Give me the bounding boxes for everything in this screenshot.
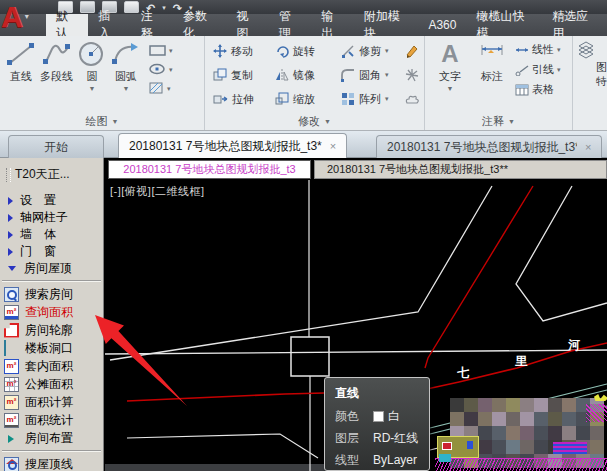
sidebar-item-door-window[interactable]: 门 窗 [0,243,103,260]
rectangle-icon [149,44,166,57]
sidebar-item-axis-columns[interactable]: 轴网柱子 [0,209,103,226]
scale-button[interactable]: 缩放 [275,92,341,107]
autocad-window: ↶ ▾ ↷ ▾ A ▾ 默认 插入 注释 参数化 视图 管理 输出 附加模块 A… [0,0,607,471]
ribbon-tab-featured[interactable]: 精选应用 [542,14,607,36]
scale-icon [275,92,289,106]
tooltip-layer-row: 图层 RD-红线 [325,427,429,449]
dimension-button[interactable]: 标注 [471,36,513,113]
sidebar-item-shared-area[interactable]: 公摊面积 [0,375,103,393]
ribbon-tab-addins[interactable]: 附加模块 [354,14,419,36]
panel-draw-label[interactable]: 绘图▼ [0,113,204,130]
close-tab-icon[interactable]: × [585,141,591,153]
polyline-button[interactable]: 多段线 [40,36,73,113]
panel-annotate: A 文字 ▼ 标注 线性▾ 引线▾ [425,36,573,130]
plot-icon[interactable] [124,1,139,13]
divider [2,450,101,452]
revision-cloud-button[interactable] [405,93,420,106]
explode-button[interactable] [405,68,419,82]
rotate-icon [275,44,289,58]
leader-button[interactable]: 引线▾ [515,62,561,77]
array-button[interactable]: 阵列▾ [341,92,405,107]
rollover-tooltip: 直线 颜色 白 图层 RD-红线 线型 ByLayer [324,377,430,471]
ribbon-tab-manage[interactable]: 管理 [269,14,311,36]
chevron-right-icon [8,435,14,443]
move-button[interactable]: 移动 [213,44,275,59]
ellipse-button[interactable]: ▾ [149,63,173,76]
ribbon-tab-bar: 默认 插入 注释 参数化 视图 管理 输出 附加模块 A360 橄榄山快模 精选… [0,14,607,36]
explode-icon [405,68,419,82]
query-area-icon [4,305,19,320]
sidebar-item-area-stats[interactable]: 面积统计 [0,411,103,429]
text-dropdown-icon[interactable]: ▼ [447,85,454,92]
trim-button[interactable]: 修剪▾ [341,44,405,59]
tooltip-color-row: 颜色 白 [325,405,429,427]
panel-modify: 移动 旋转 修剪▾ 复制 [205,36,425,130]
ribbon-tab-annotate[interactable]: 注释 [131,14,173,36]
file-tab-doc2[interactable]: 20180131 7号地块总图规划报批_t3* × [376,135,602,158]
pickbox-square [291,337,329,376]
sidebar-item-inner-area[interactable]: 套内面积 [0,357,103,375]
line-icon [6,41,36,67]
ribbon-tab-a360[interactable]: A360 [418,14,466,36]
copy-button[interactable]: 复制 [213,68,275,83]
hatch-icon [149,82,164,95]
ribbon-tab-output[interactable]: 输出 [311,14,353,36]
ribbon-tab-view[interactable]: 视图 [227,14,269,36]
close-tab-icon[interactable]: × [330,140,336,152]
mirror-button[interactable]: 镜像 [275,68,341,83]
panel-expand-icon: ▼ [324,118,331,125]
linear-dim-button[interactable]: 线性▾ [515,42,561,57]
ribbon-tab-default[interactable]: 默认 [46,14,88,36]
autocad-logo-icon: A [1,2,23,32]
layer-properties-button[interactable]: 图 特 [596,40,607,117]
sidebar-item-room-roof[interactable]: 房间屋顶 [0,260,103,277]
sidebar-item-wall[interactable]: 墙 体 [0,226,103,243]
sidebar-item-room-outline[interactable]: 房间轮廓 [0,321,103,339]
magenta-hatch-area [435,458,607,471]
layer-properties-icon[interactable] [577,40,593,60]
dimension-icon [480,41,504,67]
line-button[interactable]: 直线 [6,36,36,113]
drawing-canvas[interactable]: 20180131 7号地块总图规划报批_t3 20180131 7号地块总图规划… [105,158,607,471]
table-button[interactable]: 表格 [515,82,561,97]
sidebar-item-settings[interactable]: 设 置 [0,192,103,209]
panel-modify-label[interactable]: 修改▼ [205,113,424,130]
text-button[interactable]: A 文字 ▼ [431,36,469,113]
sidebar-item-room-layout[interactable]: 房间布置 [0,429,103,447]
file-tab-start[interactable]: 开始 [8,135,104,158]
sidebar-item-roof-line[interactable]: 搜屋顶线 [0,455,103,471]
ribbon-tab-insert[interactable]: 插入 [88,14,130,36]
area-stats-icon [4,413,19,428]
stretch-button[interactable]: 拉伸 [213,92,275,107]
sidebar-title[interactable]: T20天正... [6,166,103,183]
ribbon-tab-parametric[interactable]: 参数化 [173,14,227,36]
rotate-button[interactable]: 旋转 [275,44,341,59]
sidebar-item-search-room[interactable]: 搜索房间 [0,285,103,303]
ribbon-tab-glskm[interactable]: 橄榄山快模 [466,14,542,36]
table-icon [515,84,529,96]
sidebar-item-query-area[interactable]: 查询面积 [0,303,103,321]
fillet-button[interactable]: 圆角▾ [341,68,405,83]
stretch-icon [213,92,228,106]
hatch-button[interactable]: ▾ [149,82,173,95]
app-menu-button[interactable]: A ▾ [1,0,45,33]
chevron-right-icon [8,231,13,239]
ellipse-icon [149,63,166,76]
circle-button[interactable]: 圆 ▼ [77,36,107,113]
panel-layers-partial: 图 特 [573,36,607,130]
inner-area-icon [4,359,19,374]
erase-button[interactable] [405,44,419,58]
rectangle-button[interactable]: ▾ [149,44,173,57]
redo-icon[interactable]: ↷ [173,3,182,13]
save-icon[interactable] [80,1,95,13]
arc-icon [111,41,141,67]
app-menu-arrow-icon: ▾ [25,12,29,21]
arc-dropdown-icon[interactable]: ▼ [123,85,130,92]
sidebar-item-area-calc[interactable]: 面积计算 [0,393,103,411]
arc-button[interactable]: 圆弧 ▼ [111,36,141,113]
file-tab-doc1[interactable]: 20180131 7号地块总图规划报批_t3* × [118,133,347,158]
sidebar-item-slab-hole[interactable]: 楼板洞口 [0,339,103,357]
array-icon [341,92,355,106]
circle-dropdown-icon[interactable]: ▼ [89,85,96,92]
panel-annotate-label[interactable]: 注释▼ [425,113,572,130]
